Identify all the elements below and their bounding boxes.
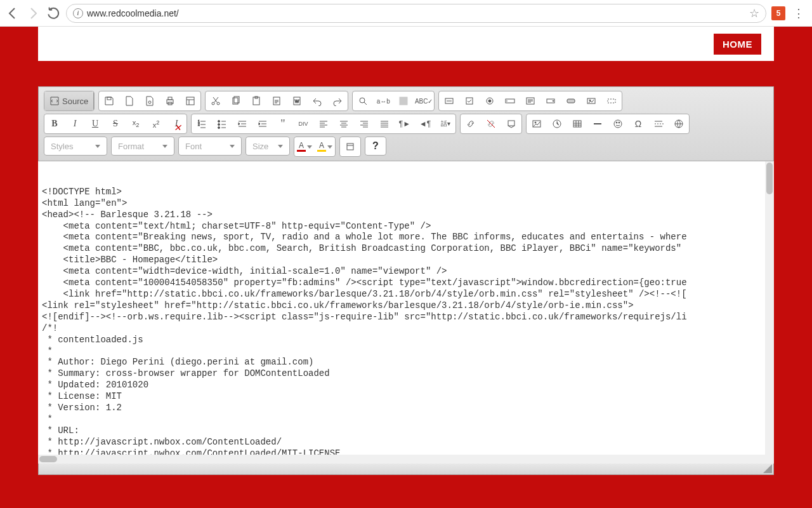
outdent-icon[interactable]	[232, 114, 252, 133]
extension-icon[interactable]: 5	[771, 6, 785, 20]
svg-rect-0	[107, 97, 111, 100]
help-button[interactable]: ?	[365, 137, 386, 156]
align-left-icon[interactable]	[313, 114, 334, 133]
format-dropdown[interactable]: Format	[111, 137, 174, 156]
source-code-area[interactable]: <!DOCTYPE html> <html lang="en"> <head><…	[38, 161, 774, 455]
svg-rect-3	[168, 97, 172, 100]
textarea-icon[interactable]	[520, 91, 540, 110]
link-icon[interactable]	[461, 114, 481, 133]
svg-point-32	[218, 127, 220, 129]
subscript-button[interactable]: x2	[126, 114, 146, 133]
svg-rect-24	[567, 99, 575, 103]
resize-handle-icon[interactable]	[763, 464, 772, 473]
paste-word-icon[interactable]: W	[287, 91, 307, 110]
forward-button[interactable]	[25, 6, 41, 21]
text-color-button[interactable]: A	[294, 137, 315, 156]
bookmark-star-icon[interactable]: ☆	[749, 6, 759, 20]
select-icon[interactable]	[540, 91, 561, 110]
svg-point-39	[616, 122, 617, 123]
svg-rect-42	[347, 144, 353, 150]
italic-button[interactable]: I	[65, 114, 85, 133]
textfield-icon[interactable]	[500, 91, 520, 110]
svg-rect-12	[273, 97, 280, 105]
back-button[interactable]	[5, 6, 20, 21]
svg-point-35	[535, 122, 536, 123]
ltr-icon[interactable]: ¶►	[395, 114, 415, 133]
undo-icon[interactable]	[307, 91, 327, 110]
editor-footer	[38, 464, 774, 475]
pagebreak-icon[interactable]	[648, 114, 669, 133]
bg-color-button[interactable]: A	[315, 137, 335, 156]
svg-point-40	[619, 122, 620, 123]
size-dropdown[interactable]: Size	[246, 137, 290, 156]
paste-icon[interactable]	[246, 91, 266, 110]
horizontal-scrollbar[interactable]	[38, 455, 774, 464]
reload-button[interactable]	[46, 6, 61, 21]
spellcheck-icon[interactable]: ABC✓	[414, 91, 434, 110]
strike-button[interactable]: S	[105, 114, 126, 133]
templates-icon[interactable]	[180, 91, 200, 110]
cut-icon[interactable]	[206, 91, 226, 110]
bold-button[interactable]: B	[44, 114, 65, 133]
flash-icon[interactable]	[547, 114, 567, 133]
radio-icon[interactable]	[480, 91, 500, 110]
smiley-icon[interactable]	[608, 114, 628, 133]
iframe-icon[interactable]	[669, 114, 689, 133]
hiddenfield-icon[interactable]	[601, 91, 622, 110]
svg-point-6	[212, 102, 214, 105]
blockquote-icon[interactable]: "	[273, 114, 293, 133]
svg-rect-33	[508, 121, 514, 126]
table-icon[interactable]	[567, 114, 587, 133]
rtl-icon[interactable]: ◄¶	[415, 114, 435, 133]
svg-text:W: W	[295, 99, 299, 104]
source-button[interactable]: Source	[44, 91, 94, 110]
superscript-button[interactable]: x2	[146, 114, 166, 133]
imagebutton-icon[interactable]	[581, 91, 601, 110]
bullet-list-icon[interactable]	[212, 114, 232, 133]
new-page-icon[interactable]	[119, 91, 140, 110]
div-icon[interactable]: DIV	[293, 114, 313, 133]
underline-button[interactable]: U	[85, 114, 105, 133]
home-button[interactable]: HOME	[714, 34, 761, 55]
align-center-icon[interactable]	[334, 114, 354, 133]
save-icon[interactable]	[99, 91, 119, 110]
button-icon[interactable]	[561, 91, 581, 110]
url-input[interactable]	[87, 8, 745, 18]
site-info-icon[interactable]: i	[73, 8, 83, 18]
print-icon[interactable]	[160, 91, 180, 110]
svg-text:2: 2	[198, 123, 200, 126]
image-icon[interactable]	[527, 114, 547, 133]
browser-menu-icon[interactable]: ⋮	[790, 6, 807, 20]
redo-icon[interactable]	[327, 91, 348, 110]
svg-point-7	[217, 102, 219, 105]
find-icon[interactable]	[353, 91, 373, 110]
remove-format-button[interactable]: I✕	[166, 114, 187, 133]
anchor-icon[interactable]	[501, 114, 521, 133]
svg-point-30	[218, 121, 220, 123]
hr-icon[interactable]	[587, 114, 608, 133]
svg-rect-27	[608, 99, 615, 103]
replace-icon[interactable]: a↔b	[373, 91, 393, 110]
align-justify-icon[interactable]	[374, 114, 395, 133]
language-icon[interactable]: 話▾	[435, 114, 455, 133]
styles-dropdown[interactable]: Styles	[44, 137, 107, 156]
select-all-icon[interactable]	[393, 91, 414, 110]
unlink-icon[interactable]	[481, 114, 501, 133]
indent-icon[interactable]	[252, 114, 273, 133]
numbered-list-icon[interactable]: 12	[192, 114, 212, 133]
preview-icon[interactable]	[140, 91, 160, 110]
svg-point-20	[488, 100, 491, 102]
editor-toolbar: Source W	[38, 86, 774, 161]
code-text: <!DOCTYPE html> <html lang="en"> <head><…	[42, 187, 770, 455]
copy-icon[interactable]	[226, 91, 246, 110]
paste-text-icon[interactable]	[266, 91, 287, 110]
checkbox-icon[interactable]	[459, 91, 480, 110]
form-icon[interactable]	[439, 91, 459, 110]
maximize-icon[interactable]	[340, 137, 360, 156]
svg-rect-5	[187, 97, 194, 105]
vertical-scrollbar[interactable]	[765, 161, 774, 455]
address-bar[interactable]: i ☆	[66, 4, 766, 23]
align-right-icon[interactable]	[354, 114, 374, 133]
specialchar-icon[interactable]: Ω	[628, 114, 648, 133]
font-dropdown[interactable]: Font	[178, 137, 242, 156]
